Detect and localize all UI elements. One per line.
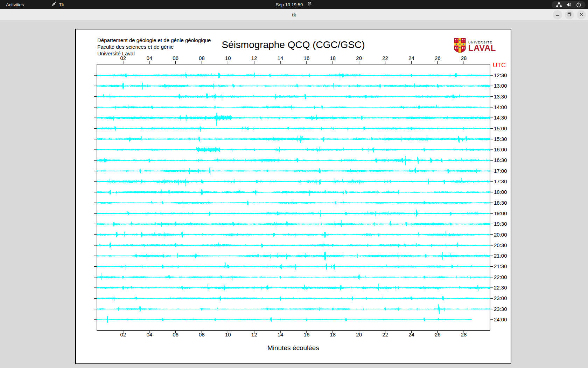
seismograph-canvas: Département de géologie et de génie géol… bbox=[75, 29, 511, 364]
system-status-area[interactable] bbox=[552, 1, 586, 8]
x-tick-label-top: 10 bbox=[225, 55, 231, 61]
x-tick-label-top: 22 bbox=[382, 55, 388, 61]
seismogram-trace-13-00 bbox=[97, 83, 490, 89]
time-label: 20:30 bbox=[494, 242, 507, 248]
x-tick-label-bottom: 14 bbox=[278, 332, 284, 338]
seismogram-trace-20-00 bbox=[97, 231, 490, 239]
x-tick-label-bottom: 12 bbox=[251, 332, 257, 338]
x-tick-label-bottom: 18 bbox=[330, 332, 336, 338]
time-label: 24:00 bbox=[494, 316, 507, 322]
seismogram-trace-21-00 bbox=[97, 252, 490, 260]
seismogram-trace-12-30 bbox=[97, 72, 490, 80]
seismogram-trace-23-30 bbox=[97, 304, 490, 314]
seismogram-trace-17-00 bbox=[97, 167, 490, 175]
x-tick-label-top: 20 bbox=[356, 55, 362, 61]
x-tick-label-top: 02 bbox=[120, 55, 126, 61]
volume-icon bbox=[566, 2, 572, 7]
x-axis-title: Minutes écoulées bbox=[76, 344, 511, 352]
tk-feather-icon bbox=[51, 2, 56, 8]
seismogram-trace-22-00 bbox=[97, 273, 490, 281]
seismogram-trace-16-00 bbox=[97, 147, 490, 152]
time-label: 19:00 bbox=[494, 210, 507, 216]
seismogram-trace-19-30 bbox=[97, 220, 490, 228]
restore-icon bbox=[567, 12, 572, 18]
seismogram-trace-20-30 bbox=[97, 243, 490, 248]
x-tick-label-bottom: 28 bbox=[461, 332, 467, 338]
time-label: 16:00 bbox=[494, 146, 507, 152]
time-label: 13:00 bbox=[494, 83, 507, 89]
x-tick-label-bottom: 16 bbox=[304, 332, 310, 338]
network-wired-icon bbox=[556, 2, 562, 7]
x-tick-label-top: 04 bbox=[146, 55, 152, 61]
x-tick-label-bottom: 22 bbox=[382, 332, 388, 338]
x-tick-label-bottom: 10 bbox=[225, 332, 231, 338]
seismogram-trace-23-00 bbox=[97, 296, 490, 301]
close-button[interactable] bbox=[577, 10, 586, 19]
seismogram-trace-14-00 bbox=[97, 105, 490, 110]
x-tick-label-top: 28 bbox=[461, 55, 467, 61]
time-label: 20:00 bbox=[494, 232, 507, 238]
clock-menu[interactable]: Sep 10 19:59 bbox=[276, 0, 312, 9]
utc-label: UTC bbox=[493, 62, 506, 69]
time-label: 17:00 bbox=[494, 168, 507, 174]
seismogram-trace-14-30 bbox=[97, 113, 490, 126]
notifications-disabled-icon bbox=[307, 1, 312, 8]
app-menu-label: Tk bbox=[59, 2, 64, 7]
seismogram-trace-15-30 bbox=[97, 135, 490, 144]
window-title-bar[interactable]: tk bbox=[0, 9, 588, 20]
time-label: 18:00 bbox=[494, 189, 507, 195]
x-tick-label-bottom: 04 bbox=[146, 332, 152, 338]
plot-box bbox=[97, 64, 490, 330]
x-tick-label-top: 14 bbox=[278, 55, 284, 61]
time-label: 21:00 bbox=[494, 253, 507, 259]
x-tick-label-top: 12 bbox=[251, 55, 257, 61]
x-tick-label-bottom: 26 bbox=[435, 332, 441, 338]
x-tick-label-top: 08 bbox=[199, 55, 205, 61]
x-tick-label-bottom: 02 bbox=[120, 332, 126, 338]
activities-button[interactable]: Activities bbox=[0, 0, 28, 9]
time-label: 18:30 bbox=[494, 200, 507, 206]
seismogram-trace-17-30 bbox=[97, 178, 490, 186]
seismogram-plot: 0202040406060808101012121414161618182020… bbox=[76, 29, 512, 365]
seismogram-trace-13-30 bbox=[97, 94, 490, 101]
time-label: 19:30 bbox=[494, 221, 507, 227]
tk-window-body: Département de géologie et de génie géol… bbox=[0, 21, 588, 368]
minimize-button[interactable] bbox=[553, 10, 562, 19]
x-tick-label-bottom: 06 bbox=[173, 332, 178, 338]
x-tick-label-top: 24 bbox=[408, 55, 414, 61]
x-tick-label-top: 26 bbox=[435, 55, 441, 61]
app-menu[interactable]: Tk bbox=[47, 0, 68, 9]
x-tick-label-top: 18 bbox=[330, 55, 336, 61]
time-label: 15:00 bbox=[494, 125, 507, 131]
seismogram-trace-18-00 bbox=[97, 189, 490, 196]
time-label: 23:30 bbox=[494, 306, 507, 312]
close-icon bbox=[579, 12, 583, 18]
seismogram-trace-19-00 bbox=[97, 210, 490, 217]
x-tick-label-bottom: 24 bbox=[408, 332, 414, 338]
time-label: 14:00 bbox=[494, 104, 507, 110]
restore-button[interactable] bbox=[565, 10, 574, 19]
time-label: 21:30 bbox=[494, 263, 507, 269]
time-label: 13:30 bbox=[494, 94, 507, 100]
window-title: tk bbox=[0, 9, 588, 20]
x-tick-label-bottom: 08 bbox=[199, 332, 205, 338]
power-icon bbox=[576, 2, 581, 7]
clock-label: Sep 10 19:59 bbox=[276, 2, 303, 7]
x-tick-label-top: 16 bbox=[304, 55, 310, 61]
time-label: 16:30 bbox=[494, 157, 507, 163]
minimize-icon bbox=[555, 12, 560, 18]
time-label: 17:30 bbox=[494, 178, 507, 184]
time-label: 22:00 bbox=[494, 274, 507, 280]
x-tick-label-bottom: 20 bbox=[356, 332, 362, 338]
seismogram-trace-21-30 bbox=[97, 263, 490, 270]
time-label: 12:30 bbox=[494, 72, 507, 78]
seismogram-trace-16-30 bbox=[97, 156, 490, 165]
time-label: 22:30 bbox=[494, 285, 507, 291]
seismogram-trace-24-00 bbox=[97, 316, 472, 323]
gnome-top-bar: Activities Tk Sep 10 19:59 bbox=[0, 0, 588, 9]
seismogram-trace-22-30 bbox=[97, 284, 490, 292]
time-label: 14:30 bbox=[494, 115, 507, 121]
seismogram-trace-18-30 bbox=[97, 201, 490, 205]
x-tick-label-top: 06 bbox=[173, 55, 178, 61]
time-label: 15:30 bbox=[494, 136, 507, 142]
